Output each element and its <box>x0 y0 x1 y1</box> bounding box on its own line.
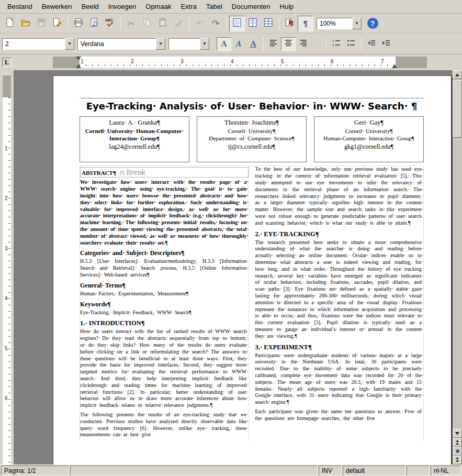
increase-indent-button[interactable] <box>379 37 393 51</box>
bold-button[interactable]: A <box>217 37 231 51</box>
previous-page-button[interactable] <box>453 438 462 447</box>
author-cell: Thorsten· Joachims¶ Cornell· University¶… <box>197 116 307 162</box>
status-bar: Pagina: 1/2 INV default nl-NL <box>0 464 462 476</box>
vruler-margin-top <box>3 75 11 97</box>
size-dropdown-button[interactable]: ▼ <box>200 38 209 50</box>
toolbar-separator <box>189 17 189 30</box>
menu-opmaak[interactable]: Opmaak <box>141 1 175 12</box>
zoom-dropdown-button[interactable]: ▼ <box>352 18 362 29</box>
navigation-button[interactable] <box>453 447 462 456</box>
align-left-button[interactable] <box>266 37 281 51</box>
menu-documenten[interactable]: Documenten <box>228 1 275 12</box>
ruler-number: 3 <box>181 59 184 64</box>
menu-beeld[interactable]: Beeld <box>77 1 103 12</box>
two-column-body: ABSTRACT¶ n Break We· investigate· how· … <box>80 165 424 441</box>
paragraph-style-value[interactable]: 2 <box>2 38 65 50</box>
document-page[interactable]: Eye-Tracking· Analysis· of· User· Behavi… <box>53 75 452 464</box>
help-button[interactable]: ? <box>365 16 380 31</box>
print-button[interactable] <box>71 16 86 31</box>
undo-button[interactable]: ↶ <box>192 16 208 31</box>
decrease-indent-button[interactable] <box>364 37 379 51</box>
layout-view-button[interactable] <box>229 16 245 31</box>
author-affiliation: Cornell· University· Human-Computer· Int… <box>81 127 188 142</box>
indent-marker-top[interactable] <box>76 57 81 60</box>
toolbar-separator <box>279 17 279 30</box>
columns-view-button[interactable] <box>245 16 261 31</box>
style-dropdown-button[interactable]: ▼ <box>65 38 74 50</box>
author-cell: Laura· A.· Granka¶ Cornell· University· … <box>80 116 189 162</box>
paste-button <box>155 16 171 31</box>
paste-icon <box>157 17 168 29</box>
svg-text:ABC: ABC <box>105 18 113 22</box>
scroll-down-button[interactable] <box>453 429 462 438</box>
font-name-combobox[interactable]: Verdana ▼ <box>77 38 165 50</box>
bullet-list-button[interactable] <box>344 37 358 51</box>
scrollbar-thumb[interactable] <box>453 80 462 138</box>
insert-mode-indicator[interactable]: INV <box>319 466 342 475</box>
author-affiliation: Cornell· University¶ <box>315 127 422 135</box>
align-center-button[interactable] <box>281 37 296 51</box>
numbered-list-button[interactable]: 12 <box>329 37 344 51</box>
zoom-combobox[interactable]: 100% ▼ <box>317 18 362 29</box>
formatting-marks-button[interactable]: ¶ <box>298 16 313 31</box>
document-canvas[interactable]: Eye-Tracking· Analysis· of· User· Behavi… <box>14 70 453 464</box>
introduction-paragraph-2: The· following· presents· the· results· … <box>80 412 249 438</box>
eyetracking-paragraph: The· research· presented· here· seeks· t… <box>255 239 424 340</box>
horizontal-ruler[interactable]: 1 2 3 4 5 6 7 <box>14 57 453 68</box>
ruler-number: 5 <box>281 59 284 64</box>
paper-title: Eye-Tracking· Analysis· of· User· Behavi… <box>80 100 424 112</box>
table-grid-icon <box>263 17 274 29</box>
open-button[interactable] <box>18 16 33 31</box>
vertical-ruler[interactable]: 1 2 3 4 5 6 <box>0 70 14 464</box>
zoom-value[interactable]: 100% <box>317 18 352 29</box>
spellcheck-button[interactable]: ABC <box>102 16 118 31</box>
scrollbar-track[interactable] <box>453 79 462 429</box>
align-right-button[interactable] <box>296 37 310 51</box>
arrow-up-icon <box>455 73 459 76</box>
menu-bewerken[interactable]: Bewerken <box>38 1 76 12</box>
ruler-number: 1 <box>5 146 8 151</box>
italic-button[interactable]: A <box>231 37 246 51</box>
ruler-number: 4 <box>231 59 234 64</box>
tab-stop-selector[interactable]: L <box>0 54 14 70</box>
paintbrush-icon <box>173 17 184 29</box>
navigator-button[interactable] <box>282 16 298 31</box>
toolbar-separator <box>120 17 121 30</box>
arrow-down-icon <box>455 432 459 435</box>
font-size-value[interactable] <box>168 38 200 50</box>
table-view-button[interactable] <box>261 16 276 31</box>
status-spacer <box>70 466 318 475</box>
underline-button[interactable]: A <box>246 37 261 51</box>
scroll-up-button[interactable] <box>453 70 462 79</box>
edit-file-button[interactable] <box>49 16 65 31</box>
menu-hulp[interactable]: Hulp <box>276 1 298 12</box>
page-style-indicator[interactable]: default <box>343 466 405 475</box>
menu-bestand[interactable]: Bestand <box>3 1 37 12</box>
menu-extra[interactable]: Extra <box>176 1 200 12</box>
language-indicator[interactable]: nl-NL <box>431 466 461 475</box>
ruler-number: 2 <box>5 195 8 201</box>
font-size-combobox[interactable]: ▼ <box>168 38 209 50</box>
toolbar-separator <box>226 17 227 30</box>
selection-mode-indicator[interactable] <box>407 466 430 475</box>
font-dropdown-button[interactable]: ▼ <box>156 38 165 50</box>
print-icon <box>73 17 84 29</box>
left-column: ABSTRACT¶ n Break We· investigate· how· … <box>80 166 249 441</box>
page-preview-button[interactable] <box>86 16 102 31</box>
next-page-button[interactable] <box>453 456 462 464</box>
menu-invoegen[interactable]: Invoegen <box>104 1 141 12</box>
redo-button[interactable]: ↷ <box>208 16 223 31</box>
ruler-number: 6 <box>5 395 8 401</box>
page-lines-icon <box>232 17 242 29</box>
toolbar-separator <box>263 37 264 51</box>
font-name-value[interactable]: Verdana <box>77 38 156 50</box>
new-document-button[interactable] <box>2 16 18 31</box>
author-email: tj@cs.cornell.edu¶ <box>198 143 305 151</box>
menu-tabel[interactable]: Tabel <box>202 1 227 12</box>
indent-marker-bottom[interactable] <box>76 64 81 68</box>
right-margin-marker[interactable] <box>392 64 397 68</box>
page-indicator[interactable]: Pagina: 1/2 <box>1 466 69 475</box>
vertical-scrollbar[interactable] <box>453 70 462 464</box>
paragraph-style-combobox[interactable]: 2 ▼ <box>2 38 74 50</box>
pilcrow-icon: ¶ <box>303 19 308 27</box>
